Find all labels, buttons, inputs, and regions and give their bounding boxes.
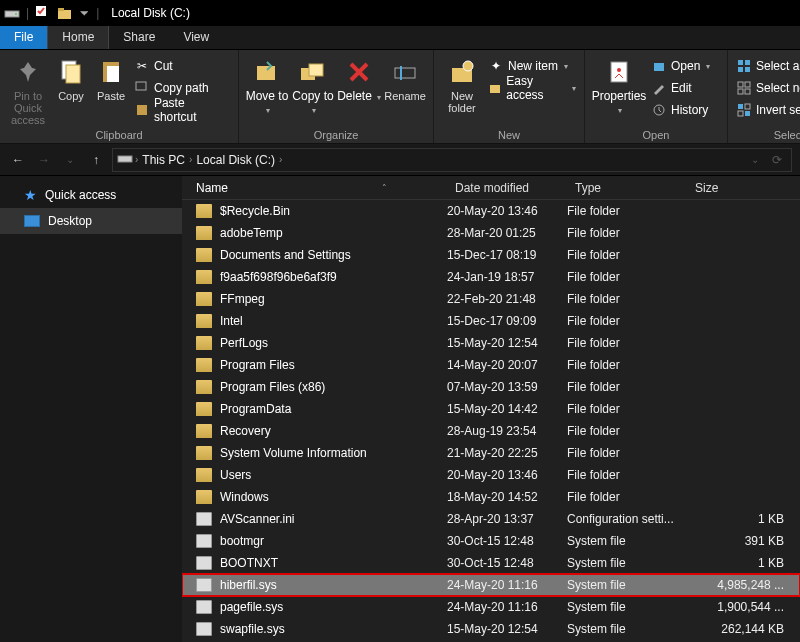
file-name: AVScanner.ini [220, 512, 295, 526]
file-row[interactable]: Documents and Settings15-Dec-17 08:19Fil… [182, 244, 800, 266]
folder-icon [196, 380, 212, 394]
open-button[interactable]: Open▾ [649, 56, 721, 76]
col-type[interactable]: Type [567, 176, 687, 199]
file-row[interactable]: AVScanner.ini28-Apr-20 13:37Configuratio… [182, 508, 800, 530]
refresh-icon[interactable]: ⟳ [767, 150, 787, 170]
newitem-icon: ✦ [488, 58, 504, 74]
file-row[interactable]: BOOTNXT30-Oct-15 12:48System file1 KB [182, 552, 800, 574]
file-name: swapfile.sys [220, 622, 285, 636]
file-name: pagefile.sys [220, 600, 283, 614]
sidebar-item-desktop[interactable]: Desktop [0, 208, 182, 234]
file-row[interactable]: bootmgr30-Oct-15 12:48System file391 KB [182, 530, 800, 552]
file-size: 391 KB [687, 534, 800, 548]
col-name[interactable]: Name˄ [182, 176, 447, 199]
svg-rect-29 [738, 89, 743, 94]
file-type: System file [567, 600, 687, 614]
file-row[interactable]: pagefile.sys24-May-20 11:16System file1,… [182, 596, 800, 618]
cut-button[interactable]: ✂Cut [132, 56, 232, 76]
file-row[interactable]: ProgramData15-May-20 14:42File folder [182, 398, 800, 420]
properties-icon [603, 56, 635, 88]
file-date: 28-Aug-19 23:54 [447, 424, 567, 438]
file-type: File folder [567, 468, 687, 482]
file-row[interactable]: Users20-May-20 13:46File folder [182, 464, 800, 486]
star-icon: ★ [24, 187, 37, 203]
ribbon-tabs: File Home Share View [0, 26, 800, 50]
history-icon [651, 102, 667, 118]
file-icon [196, 600, 212, 614]
file-date: 21-May-20 22:25 [447, 446, 567, 460]
file-type: File folder [567, 402, 687, 416]
file-row[interactable]: PerfLogs15-May-20 12:54File folder [182, 332, 800, 354]
moveto-label: Move to ▾ [245, 90, 289, 116]
file-type: File folder [567, 226, 687, 240]
file-row[interactable]: adobeTemp28-Mar-20 01:25File folder [182, 222, 800, 244]
col-size[interactable]: Size [687, 176, 800, 199]
newitem-button[interactable]: ✦New item▾ [486, 56, 578, 76]
file-type: System file [567, 556, 687, 570]
edit-button[interactable]: Edit [649, 78, 721, 98]
nav-sidebar: ★ Quick access Desktop [0, 176, 182, 642]
file-row[interactable]: Intel15-Dec-17 09:09File folder [182, 310, 800, 332]
copypath-button[interactable]: Copy path [132, 78, 232, 98]
chevron-right-icon[interactable]: › [279, 154, 282, 165]
col-date[interactable]: Date modified [447, 176, 567, 199]
sidebar-item-quick-access[interactable]: ★ Quick access [0, 182, 182, 208]
file-row[interactable]: f9aa5f698f96be6af3f924-Jan-19 18:57File … [182, 266, 800, 288]
delete-label: Delete ▾ [337, 90, 381, 103]
file-row[interactable]: Program Files (x86)07-May-20 13:59File f… [182, 376, 800, 398]
address-bar: ← → ⌄ ↑ › This PC › Local Disk (C:) › ⌄ … [0, 144, 800, 176]
crumb-pc[interactable]: This PC [140, 153, 187, 167]
recent-button[interactable]: ⌄ [60, 150, 80, 170]
file-row[interactable]: Program Files14-May-20 20:07File folder [182, 354, 800, 376]
file-icon [196, 534, 212, 548]
file-date: 20-May-20 13:46 [447, 204, 567, 218]
pasteshortcut-icon [134, 102, 150, 118]
folder-icon [196, 446, 212, 460]
forward-button[interactable]: → [34, 150, 54, 170]
easyaccess-button[interactable]: Easy access▾ [486, 78, 578, 98]
svg-rect-32 [745, 111, 750, 116]
chevron-right-icon[interactable]: › [135, 154, 138, 165]
tab-share[interactable]: Share [109, 26, 169, 49]
file-row[interactable]: FFmpeg22-Feb-20 21:48File folder [182, 288, 800, 310]
history-button[interactable]: History [649, 100, 721, 120]
dropdown-icon[interactable]: ⌄ [745, 150, 765, 170]
group-organize: Move to ▾ Copy to ▾ Delete ▾ Rename Orga… [239, 50, 434, 143]
selectnone-button[interactable]: Select none [734, 78, 800, 98]
pasteshortcut-button[interactable]: Paste shortcut [132, 100, 232, 120]
file-icon [196, 556, 212, 570]
file-type: File folder [567, 490, 687, 504]
file-row[interactable]: swapfile.sys15-May-20 12:54System file26… [182, 618, 800, 640]
tab-home[interactable]: Home [47, 26, 109, 49]
tab-file[interactable]: File [0, 26, 47, 49]
qa-overflow-icon[interactable]: ⏷ [79, 7, 90, 19]
file-row[interactable]: System Volume Information21-May-20 22:25… [182, 442, 800, 464]
rename-label: Rename [384, 90, 426, 102]
folder-icon [196, 490, 212, 504]
file-type: Configuration setti... [567, 512, 687, 526]
up-button[interactable]: ↑ [86, 150, 106, 170]
crumb-drive[interactable]: Local Disk (C:) [194, 153, 277, 167]
back-button[interactable]: ← [8, 150, 28, 170]
tab-view[interactable]: View [169, 26, 223, 49]
invertsel-button[interactable]: Invert selection [734, 100, 800, 120]
file-row[interactable]: Windows18-May-20 14:52File folder [182, 486, 800, 508]
breadcrumb[interactable]: › This PC › Local Disk (C:) › ⌄ ⟳ [112, 148, 792, 172]
svg-rect-4 [58, 8, 64, 11]
file-row[interactable]: Recovery28-Aug-19 23:54File folder [182, 420, 800, 442]
group-label-select: Select [728, 129, 800, 141]
folder-icon [196, 402, 212, 416]
pin-icon [12, 56, 44, 88]
svg-rect-18 [490, 85, 500, 93]
file-date: 24-May-20 11:16 [447, 578, 567, 592]
file-row[interactable]: hiberfil.sys24-May-20 11:16System file4,… [182, 574, 800, 596]
file-date: 28-Apr-20 13:37 [447, 512, 567, 526]
folder-icon [196, 292, 212, 306]
check-icon[interactable] [35, 5, 51, 21]
file-type: File folder [567, 314, 687, 328]
group-select: Select all Select none Invert selection … [728, 50, 800, 143]
file-row[interactable]: $Recycle.Bin20-May-20 13:46File folder [182, 200, 800, 222]
chevron-right-icon[interactable]: › [189, 154, 192, 165]
selectall-button[interactable]: Select all [734, 56, 800, 76]
file-type: System file [567, 622, 687, 636]
